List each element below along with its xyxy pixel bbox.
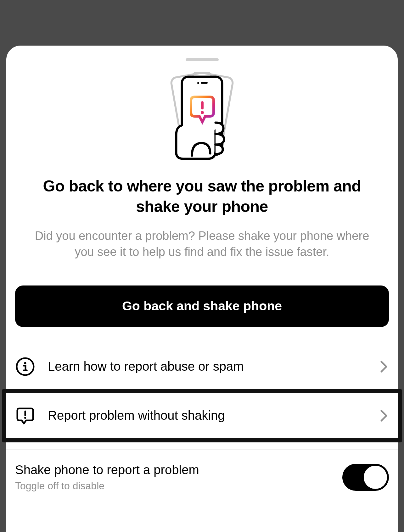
toggle-knob: [364, 466, 387, 489]
shake-toggle-row: Shake phone to report a problem Toggle o…: [6, 450, 398, 492]
report-bubble-icon: [15, 406, 35, 426]
svg-rect-5: [201, 101, 204, 109]
svg-point-8: [24, 362, 26, 364]
toggle-subtitle: Toggle off to disable: [15, 480, 342, 492]
learn-row-label: Learn how to report abuse or spam: [48, 359, 379, 374]
svg-point-11: [24, 417, 26, 419]
svg-point-6: [201, 111, 204, 114]
info-icon: [15, 357, 35, 377]
chevron-right-icon: [379, 411, 389, 420]
bottom-sheet: Go back to where you saw the problem and…: [6, 46, 398, 532]
svg-rect-4: [201, 82, 208, 84]
report-without-shaking-highlight: Report problem without shaking: [2, 389, 402, 442]
toggle-text-group: Shake phone to report a problem Toggle o…: [15, 463, 342, 492]
sheet-heading: Go back to where you saw the problem and…: [6, 176, 398, 217]
learn-report-abuse-row[interactable]: Learn how to report abuse or spam: [6, 344, 398, 389]
sheet-subtext: Did you encounter a problem? Please shak…: [6, 228, 398, 260]
primary-button-label: Go back and shake phone: [122, 299, 282, 313]
svg-point-3: [197, 82, 199, 84]
shake-report-toggle[interactable]: [342, 464, 389, 491]
toggle-title: Shake phone to report a problem: [15, 463, 342, 477]
go-back-shake-button[interactable]: Go back and shake phone: [15, 285, 389, 327]
drag-handle[interactable]: [186, 58, 219, 61]
chevron-right-icon: [379, 362, 389, 371]
report-without-shaking-row[interactable]: Report problem without shaking: [6, 393, 398, 438]
shake-phone-illustration: [6, 72, 398, 160]
report-row-label: Report problem without shaking: [48, 408, 379, 423]
